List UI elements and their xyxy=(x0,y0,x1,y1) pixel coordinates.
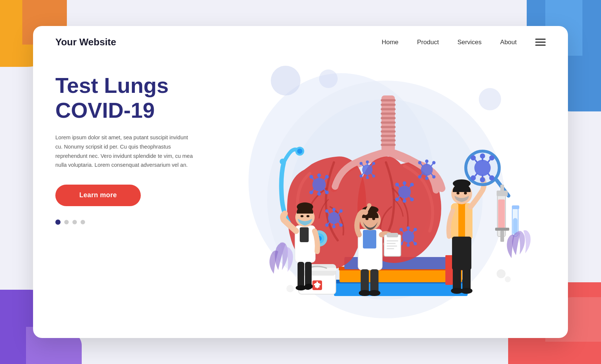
svg-point-54 xyxy=(403,199,406,203)
svg-rect-129 xyxy=(387,240,398,241)
svg-rect-131 xyxy=(387,246,397,247)
svg-point-177 xyxy=(505,276,511,282)
hero-title-line2: COVID-19 xyxy=(55,98,155,122)
svg-point-146 xyxy=(464,192,467,195)
nav-link-product[interactable]: Product xyxy=(417,39,439,46)
dot-3[interactable] xyxy=(72,220,77,224)
svg-point-145 xyxy=(457,192,459,195)
svg-rect-130 xyxy=(387,243,396,244)
svg-point-50 xyxy=(410,183,414,186)
hamburger-line-2 xyxy=(535,42,546,43)
dot-4[interactable] xyxy=(81,220,85,224)
svg-point-56 xyxy=(395,198,399,201)
svg-rect-117 xyxy=(298,262,304,288)
svg-point-43 xyxy=(325,224,329,227)
svg-point-99 xyxy=(297,149,302,154)
nav-links: Home Product Services About xyxy=(381,39,517,46)
svg-point-144 xyxy=(453,179,471,188)
svg-rect-171 xyxy=(495,228,509,231)
content-area: Test Lungs COVID-19 Lorem ipsum dolor si… xyxy=(33,58,568,337)
svg-point-97 xyxy=(360,162,363,165)
svg-point-157 xyxy=(480,177,485,182)
svg-point-155 xyxy=(489,175,494,181)
svg-point-153 xyxy=(489,155,494,160)
svg-point-22 xyxy=(317,173,321,177)
main-illustration xyxy=(226,58,568,337)
nav-link-about[interactable]: About xyxy=(500,39,517,46)
svg-point-26 xyxy=(325,191,329,194)
svg-point-65 xyxy=(432,175,436,179)
svg-point-159 xyxy=(471,175,476,181)
svg-point-58 xyxy=(395,183,399,186)
svg-point-89 xyxy=(372,162,375,165)
svg-point-41 xyxy=(332,225,336,228)
hamburger-line-3 xyxy=(535,45,546,46)
svg-point-71 xyxy=(418,161,422,165)
svg-point-116 xyxy=(306,215,309,217)
svg-rect-16 xyxy=(381,130,396,133)
svg-point-100 xyxy=(280,159,286,165)
svg-rect-112 xyxy=(300,227,309,242)
hero-title: Test Lungs COVID-19 xyxy=(55,73,204,123)
svg-point-39 xyxy=(340,224,343,227)
nav-item-services[interactable]: Services xyxy=(457,39,481,46)
svg-rect-142 xyxy=(452,237,471,270)
svg-point-32 xyxy=(309,175,313,179)
nav-item-home[interactable]: Home xyxy=(381,39,398,46)
svg-point-126 xyxy=(372,218,375,220)
svg-rect-9 xyxy=(381,99,396,101)
svg-rect-11 xyxy=(381,108,396,110)
svg-point-93 xyxy=(366,176,369,179)
nav-item-about[interactable]: About xyxy=(500,39,517,46)
svg-rect-110 xyxy=(314,284,321,285)
navbar: Your Website Home Product Services About xyxy=(33,26,568,58)
svg-rect-15 xyxy=(381,126,396,128)
svg-point-125 xyxy=(366,218,368,220)
nav-link-home[interactable]: Home xyxy=(381,39,398,46)
learn-more-button[interactable]: Learn more xyxy=(55,185,141,206)
svg-point-78 xyxy=(414,242,417,246)
svg-point-161 xyxy=(471,155,476,160)
svg-rect-18 xyxy=(381,139,396,142)
svg-rect-135 xyxy=(361,269,369,293)
svg-point-166 xyxy=(461,288,472,294)
svg-rect-132 xyxy=(387,248,394,249)
svg-point-63 xyxy=(432,161,436,165)
svg-point-35 xyxy=(332,208,336,211)
svg-point-95 xyxy=(360,175,363,178)
hero-title-line1: Test Lungs xyxy=(55,73,169,97)
svg-point-151 xyxy=(480,153,485,159)
svg-point-176 xyxy=(497,269,506,278)
svg-rect-7 xyxy=(445,255,453,285)
svg-rect-10 xyxy=(381,104,396,106)
svg-rect-172 xyxy=(500,231,504,242)
svg-rect-128 xyxy=(387,233,398,237)
svg-point-24 xyxy=(325,175,329,179)
svg-rect-12 xyxy=(381,113,396,115)
svg-point-69 xyxy=(418,175,422,179)
nav-item-product[interactable]: Product xyxy=(417,39,439,46)
svg-rect-163 xyxy=(453,267,461,291)
nav-link-services[interactable]: Services xyxy=(457,39,481,46)
hamburger-menu[interactable] xyxy=(535,39,546,46)
svg-point-114 xyxy=(297,202,313,211)
svg-point-91 xyxy=(372,175,375,178)
svg-rect-17 xyxy=(381,135,396,137)
svg-point-134 xyxy=(367,203,371,208)
svg-rect-14 xyxy=(381,121,396,124)
svg-rect-19 xyxy=(381,144,396,146)
svg-point-115 xyxy=(300,215,303,217)
svg-point-48 xyxy=(403,181,406,185)
hero-description: Lorem ipsum dolor sit amet, sea putant s… xyxy=(55,133,196,170)
site-logo[interactable]: Your Website xyxy=(55,36,381,48)
dot-1[interactable] xyxy=(55,220,61,225)
svg-point-138 xyxy=(368,290,380,296)
svg-point-28 xyxy=(317,192,321,196)
left-section: Test Lungs COVID-19 Lorem ipsum dolor si… xyxy=(33,58,226,337)
dot-2[interactable] xyxy=(64,220,69,224)
svg-rect-168 xyxy=(498,199,505,229)
svg-point-87 xyxy=(366,160,369,163)
svg-point-30 xyxy=(309,191,313,194)
svg-rect-164 xyxy=(462,267,471,291)
svg-rect-175 xyxy=(512,205,519,209)
